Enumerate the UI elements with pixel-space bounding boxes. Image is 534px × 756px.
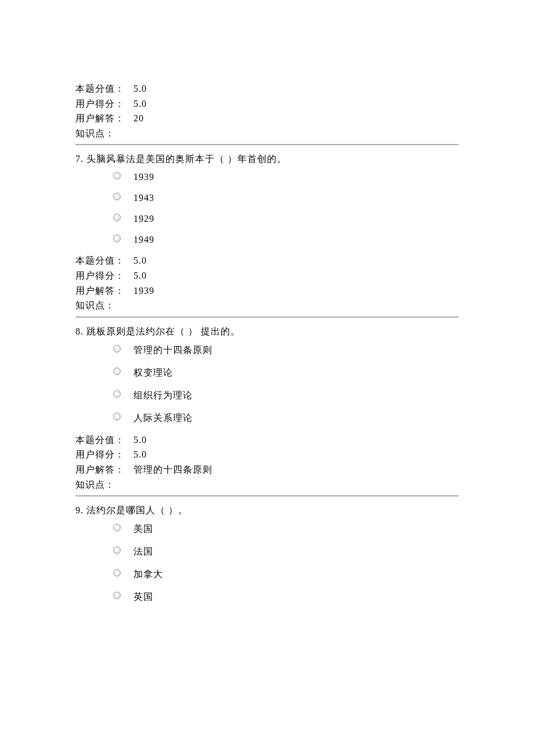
meta-row-userscore: 用户得分： 5.0 [75,447,459,462]
radio-icon[interactable] [113,413,121,420]
option-label: 1929 [134,214,154,224]
meta-row-knowledge: 知识点： [75,298,459,313]
value-userscore: 5.0 [134,268,147,283]
q8-option-a: 管理的十四条原则 [110,344,459,357]
option-label: 权变理论 [134,367,173,379]
q8-option-b: 权变理论 [110,367,459,379]
q9-text: 9. 法约尔是哪国人（ ）。 [75,503,459,517]
option-label: 法国 [134,546,153,558]
radio-icon[interactable] [113,546,121,554]
q7-option-c: 1929 [110,214,459,224]
radio-icon[interactable] [113,235,121,242]
option-label: 管理的十四条原则 [134,344,212,357]
meta-row-userscore: 用户得分： 5.0 [75,268,459,283]
q9-options: 美国 法国 加拿大 英国 [75,523,459,603]
value-useranswer: 1939 [134,283,154,298]
option-label: 英国 [134,591,153,603]
q6-meta: 本题分值： 5.0 用户得分： 5.0 用户解答： 20 知识点： [75,81,459,141]
value-useranswer: 20 [134,111,144,126]
label-userscore: 用户得分： [75,447,134,462]
label-useranswer: 用户解答： [75,462,134,477]
divider [75,495,459,496]
option-label: 1939 [134,172,154,182]
meta-row-knowledge: 知识点： [75,126,459,141]
q7-options: 1939 1943 1929 1949 [75,172,459,245]
meta-row-useranswer: 用户解答： 20 [75,111,459,126]
value-fullscore: 5.0 [134,81,147,96]
q8-body: 跳板原则是法约尔在（ ） 提出的。 [86,326,240,336]
q7-option-b: 1943 [110,193,459,203]
meta-row-knowledge: 知识点： [75,477,459,492]
radio-icon[interactable] [113,524,121,531]
label-fullscore: 本题分值： [75,81,134,96]
q8-meta: 本题分值： 5.0 用户得分： 5.0 用户解答： 管理的十四条原则 知识点： [75,433,459,492]
meta-row-useranswer: 用户解答： 管理的十四条原则 [75,462,459,477]
radio-icon[interactable] [113,214,121,221]
q7-number: 7. [75,154,84,164]
q8-text: 8. 跳板原则是法约尔在（ ） 提出的。 [75,325,459,339]
option-label: 1943 [134,193,154,203]
divider [75,144,459,145]
label-knowledge: 知识点： [75,298,134,313]
option-label: 加拿大 [134,568,163,581]
radio-icon[interactable] [113,368,121,375]
label-useranswer: 用户解答： [75,283,134,298]
value-userscore: 5.0 [134,447,147,462]
q8-number: 8. [75,326,84,336]
value-fullscore: 5.0 [134,253,147,268]
option-label: 美国 [134,523,153,535]
q9-body: 法约尔是哪国人（ ）。 [86,505,188,515]
label-fullscore: 本题分值： [75,253,134,268]
q9-option-a: 美国 [110,523,459,535]
q7-meta: 本题分值： 5.0 用户得分： 5.0 用户解答： 1939 知识点： [75,253,459,312]
q7-body: 头脑风暴法是美国的奥斯本于（ ）年首创的。 [86,154,287,164]
label-knowledge: 知识点： [75,477,134,492]
q8-options: 管理的十四条原则 权变理论 组织行为理论 人际关系理论 [75,344,459,424]
value-userscore: 5.0 [134,96,147,111]
radio-icon[interactable] [113,193,121,200]
label-knowledge: 知识点： [75,126,134,141]
q7-option-a: 1939 [110,172,459,182]
divider [75,316,459,318]
q9-option-c: 加拿大 [110,568,459,581]
radio-icon[interactable] [113,592,121,599]
option-label: 组织行为理论 [134,390,193,402]
option-label: 1949 [134,235,154,245]
label-userscore: 用户得分： [75,96,134,111]
q9-option-b: 法国 [110,546,459,558]
option-label: 人际关系理论 [134,412,193,424]
page: 本题分值： 5.0 用户得分： 5.0 用户解答： 20 知识点： 7. 头脑风… [0,0,534,756]
radio-icon[interactable] [113,172,121,179]
meta-row-fullscore: 本题分值： 5.0 [75,433,459,448]
label-userscore: 用户得分： [75,268,134,283]
meta-row-fullscore: 本题分值： 5.0 [75,81,459,96]
value-fullscore: 5.0 [134,433,147,448]
radio-icon[interactable] [113,345,121,352]
label-useranswer: 用户解答： [75,111,134,126]
meta-row-useranswer: 用户解答： 1939 [75,283,459,298]
q8-option-c: 组织行为理论 [110,390,459,402]
q8-option-d: 人际关系理论 [110,412,459,424]
label-fullscore: 本题分值： [75,433,134,448]
value-useranswer: 管理的十四条原则 [134,462,212,477]
radio-icon[interactable] [113,390,121,398]
q7-text: 7. 头脑风暴法是美国的奥斯本于（ ）年首创的。 [75,152,459,166]
q9-option-d: 英国 [110,591,459,603]
meta-row-fullscore: 本题分值： 5.0 [75,253,459,268]
q7-option-d: 1949 [110,235,459,245]
radio-icon[interactable] [113,569,121,577]
meta-row-userscore: 用户得分： 5.0 [75,96,459,111]
q9-number: 9. [75,505,84,515]
